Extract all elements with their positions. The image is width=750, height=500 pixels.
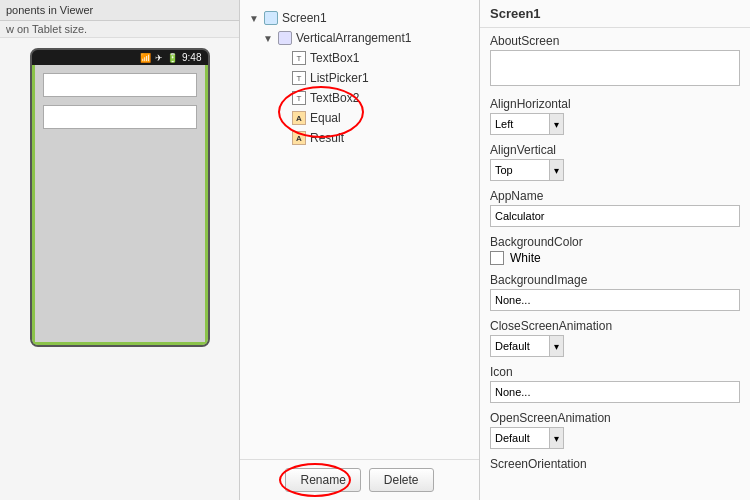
- properties-title: Screen1: [480, 0, 750, 28]
- prop-group-backgroundimage: BackgroundImage: [490, 273, 740, 311]
- prop-label-alignhorizontal: AlignHorizontal: [490, 97, 740, 111]
- prop-group-icon: Icon: [490, 365, 740, 403]
- prop-label-alignvertical: AlignVertical: [490, 143, 740, 157]
- delete-button[interactable]: Delete: [369, 468, 434, 492]
- screen1-icon: [263, 10, 279, 26]
- screen1-label: Screen1: [282, 11, 327, 25]
- expand-screen1[interactable]: ▼: [248, 12, 260, 24]
- varrangement1-icon: [277, 30, 293, 46]
- phone-status-bar: 📶 ✈ 🔋 9:48: [32, 50, 208, 65]
- prop-label-closescreenanimation: CloseScreenAnimation: [490, 319, 740, 333]
- listpicker1-label: ListPicker1: [310, 71, 369, 85]
- prop-dropdown-arrow-closescreenanimation[interactable]: ▾: [550, 335, 564, 357]
- tree-content: ▼ Screen1 ▼ VerticalArrangement1 ► T Tex…: [240, 0, 479, 459]
- prop-dropdown-arrow-alignhorizontal[interactable]: ▾: [550, 113, 564, 135]
- prop-group-alignvertical: AlignVertical Top ▾: [490, 143, 740, 181]
- prop-label-screenorientation: ScreenOrientation: [490, 457, 740, 471]
- time-display: 9:48: [182, 52, 201, 63]
- expand-varrangement1[interactable]: ▼: [262, 32, 274, 44]
- prop-dropdown-closescreenanimation[interactable]: Default ▾: [490, 335, 740, 357]
- prop-dropdown-value-openscreenanimation: Default: [490, 427, 550, 449]
- prop-label-appname: AppName: [490, 189, 740, 203]
- color-label-bg: White: [510, 251, 541, 265]
- textbox1-icon: T: [291, 50, 307, 66]
- tree-item-result[interactable]: ► A Result: [276, 128, 471, 148]
- tree-item-listpicker1[interactable]: ► T ListPicker1: [276, 68, 471, 88]
- prop-label-backgroundimage: BackgroundImage: [490, 273, 740, 287]
- textbox2-label: TextBox2: [310, 91, 359, 105]
- prop-input-icon[interactable]: [490, 381, 740, 403]
- prop-label-openscreenanimation: OpenScreenAnimation: [490, 411, 740, 425]
- color-swatch-bg[interactable]: [490, 251, 504, 265]
- tree-item-varrangement1[interactable]: ▼ VerticalArrangement1: [262, 28, 471, 48]
- prop-group-closescreenanimation: CloseScreenAnimation Default ▾: [490, 319, 740, 357]
- tree-item-screen1[interactable]: ▼ Screen1: [248, 8, 471, 28]
- prop-label-aboutscreen: AboutScreen: [490, 34, 740, 48]
- prop-label-icon: Icon: [490, 365, 740, 379]
- battery-icon: 🔋: [167, 53, 178, 63]
- viewer-subheader: w on Tablet size.: [0, 21, 239, 38]
- prop-dropdown-value-closescreenanimation: Default: [490, 335, 550, 357]
- prop-dropdown-alignhorizontal[interactable]: Left ▾: [490, 113, 740, 135]
- signal-icon: ✈: [155, 53, 163, 63]
- properties-content: AboutScreen AlignHorizontal Left ▾ Align…: [480, 28, 750, 500]
- tree-item-textbox1[interactable]: ► T TextBox1: [276, 48, 471, 68]
- equal-icon: A: [291, 110, 307, 126]
- prop-group-aboutscreen: AboutScreen: [490, 34, 740, 89]
- prop-group-openscreenanimation: OpenScreenAnimation Default ▾: [490, 411, 740, 449]
- tree-bottom-buttons: Rename Delete: [240, 459, 479, 500]
- listpicker1-icon: T: [291, 70, 307, 86]
- phone-input-2: [43, 105, 197, 129]
- textbox2-icon: T: [291, 90, 307, 106]
- textbox1-label: TextBox1: [310, 51, 359, 65]
- viewer-header: ponents in Viewer: [0, 0, 239, 21]
- result-label: Result: [310, 131, 344, 145]
- phone-screen: [32, 65, 208, 345]
- prop-group-alignhorizontal: AlignHorizontal Left ▾: [490, 97, 740, 135]
- prop-input-backgroundimage[interactable]: [490, 289, 740, 311]
- phone-frame: 📶 ✈ 🔋 9:48: [30, 48, 210, 347]
- rename-button[interactable]: Rename: [285, 468, 360, 492]
- rename-btn-container: Rename: [285, 468, 360, 492]
- tree-item-equal[interactable]: ► A Equal: [276, 108, 471, 128]
- tree-panel: ▼ Screen1 ▼ VerticalArrangement1 ► T Tex…: [240, 0, 480, 500]
- phone-input-1: [43, 73, 197, 97]
- prop-dropdown-openscreenanimation[interactable]: Default ▾: [490, 427, 740, 449]
- prop-label-backgroundcolor: BackgroundColor: [490, 235, 740, 249]
- viewer-panel: ponents in Viewer w on Tablet size. 📶 ✈ …: [0, 0, 240, 500]
- prop-dropdown-arrow-alignvertical[interactable]: ▾: [550, 159, 564, 181]
- varrangement1-label: VerticalArrangement1: [296, 31, 411, 45]
- prop-dropdown-value-alignhorizontal: Left: [490, 113, 550, 135]
- equal-label: Equal: [310, 111, 341, 125]
- prop-color-row: White: [490, 251, 740, 265]
- prop-group-appname: AppName: [490, 189, 740, 227]
- prop-dropdown-value-alignvertical: Top: [490, 159, 550, 181]
- prop-group-backgroundcolor: BackgroundColor White: [490, 235, 740, 265]
- prop-input-appname[interactable]: [490, 205, 740, 227]
- prop-dropdown-alignvertical[interactable]: Top ▾: [490, 159, 740, 181]
- prop-input-aboutscreen[interactable]: [490, 50, 740, 86]
- prop-group-screenorientation: ScreenOrientation: [490, 457, 740, 471]
- tree-items-container: ▼ Screen1 ▼ VerticalArrangement1 ► T Tex…: [248, 8, 471, 148]
- tree-item-textbox2[interactable]: ► T TextBox2: [276, 88, 471, 108]
- prop-dropdown-arrow-openscreenanimation[interactable]: ▾: [550, 427, 564, 449]
- wifi-icon: 📶: [140, 53, 151, 63]
- properties-panel: Screen1 AboutScreen AlignHorizontal Left…: [480, 0, 750, 500]
- result-icon: A: [291, 130, 307, 146]
